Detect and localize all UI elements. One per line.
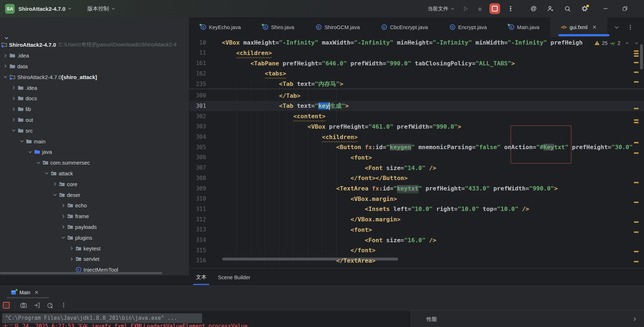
code-line-313[interactable]: 313<font> (189, 225, 644, 235)
line-number[interactable]: 306 (189, 154, 206, 161)
chevron-down-icon[interactable] (10, 128, 18, 133)
run-icon[interactable] (461, 4, 470, 13)
line-number[interactable]: 309 (189, 185, 206, 192)
search-icon[interactable] (563, 4, 572, 13)
code-line-305[interactable]: 305<Button fx:id="keygen" mnemonicParsin… (189, 142, 644, 152)
warning-stripe-mark[interactable] (634, 108, 639, 109)
chevron-right-icon[interactable] (68, 256, 76, 262)
chevron-right-icon[interactable] (68, 245, 76, 251)
editor-tab-shiro-java[interactable]: CShiro.java (252, 17, 305, 37)
run-configuration-selector[interactable]: 当前文件 (428, 5, 455, 12)
chevron-right-icon[interactable] (59, 203, 67, 208)
chevron-down-icon[interactable] (18, 138, 26, 144)
inspections-widget[interactable]: 25 2 (592, 38, 643, 48)
code-line-302[interactable]: 302<content> (189, 111, 644, 121)
code-line-314[interactable]: 314<Font size="16.0" /> (189, 235, 644, 245)
close-icon[interactable]: ✕ (592, 24, 597, 30)
prev-problem-icon[interactable] (625, 41, 630, 46)
tab-text-mode[interactable]: 文本 (190, 268, 212, 286)
tree-item-payloads[interactable]: payloads (0, 222, 189, 232)
tree-horizontal-sc rollbar[interactable] (0, 272, 162, 274)
code-line-312[interactable]: 312</VBox.margin> (189, 215, 644, 225)
code-line-161[interactable]: 161<TabPane prefHeight="646.0" prefWidth… (189, 58, 644, 68)
chevron-right-icon[interactable] (10, 96, 18, 101)
chevron-down-icon[interactable] (26, 149, 34, 155)
warning-stripe-mark[interactable] (634, 72, 639, 73)
debug-icon[interactable] (475, 4, 484, 13)
code-line-162[interactable]: 162<tabs> (189, 69, 644, 79)
code-line-303[interactable]: 303<VBox prefHeight="461.0" prefWidth="9… (189, 122, 644, 132)
chevron-right-icon[interactable] (1, 53, 9, 59)
tree-item-frame[interactable]: frame (0, 211, 189, 222)
restore-icon[interactable] (620, 4, 630, 13)
tree-item-out[interactable]: out (0, 115, 189, 125)
line-number[interactable]: 317 (189, 268, 206, 268)
line-number[interactable]: 301 (189, 103, 206, 109)
tree-item-deser[interactable]: deser (0, 189, 189, 200)
line-number[interactable]: 313 (189, 226, 206, 233)
warning-stripe-mark[interactable] (634, 81, 639, 83)
editor-tab-main-java[interactable]: CMain.java (498, 17, 550, 37)
warning-stripe-mark[interactable] (634, 182, 639, 183)
tree-item-src[interactable]: src (0, 125, 189, 136)
code-line-235[interactable]: 235<Tab text="内存马"> (189, 79, 644, 89)
warning-stripe-mark[interactable] (634, 122, 639, 123)
warning-stripe-mark[interactable] (634, 53, 639, 54)
line-number[interactable]: 311 (189, 206, 206, 212)
tree-item-plugins[interactable]: plugins (0, 232, 189, 243)
tab-scene-builder[interactable]: Scene Builder (212, 268, 256, 286)
editor-tab-shirogcm-java[interactable]: CShiroGCM.java (305, 17, 370, 37)
tree-item-.idea[interactable]: .idea (0, 50, 189, 61)
chevron-right-icon[interactable] (59, 224, 67, 230)
editor-tab-cbcencrypt-java[interactable]: CCbcEncrypt.java (370, 17, 439, 37)
code-line-301[interactable]: 301<Tab text="key生成"> (189, 101, 644, 111)
camera-icon[interactable] (20, 302, 27, 309)
chevron-right-icon[interactable] (51, 181, 59, 187)
tree-item-core[interactable]: core (0, 179, 189, 189)
line-number[interactable]: 314 (189, 237, 206, 243)
tree-item-attack[interactable]: attack (0, 168, 189, 179)
line-number[interactable]: 11 (189, 50, 206, 56)
chevron-down-icon[interactable] (43, 170, 51, 176)
close-icon[interactable]: ✕ (34, 289, 39, 296)
code-line-306[interactable]: 306<font> (189, 153, 644, 163)
performance-panel[interactable]: 性能 (411, 310, 644, 327)
line-number[interactable]: 308 (189, 175, 206, 181)
profiler-icon[interactable] (47, 302, 54, 309)
warning-stripe-mark[interactable] (634, 221, 639, 223)
warning-stripe-mark[interactable] (634, 251, 639, 252)
code-line-308[interactable]: 308</font></Button> (189, 173, 644, 183)
line-number[interactable]: 302 (189, 113, 206, 120)
warning-stripe-mark[interactable] (634, 119, 639, 121)
line-number[interactable]: 303 (189, 123, 206, 130)
run-tab-main[interactable]: Main ✕ (11, 289, 39, 296)
tree-item-com.summersec[interactable]: com.summersec (0, 157, 189, 168)
code-line-300[interactable]: 300</Tab> (189, 91, 644, 101)
attach-debugger-icon[interactable] (33, 302, 40, 309)
tree-item-servlet[interactable]: servlet (0, 254, 189, 264)
chevron-right-icon[interactable] (10, 106, 18, 112)
more-icon[interactable] (506, 4, 515, 13)
chevron-right-icon[interactable] (10, 85, 18, 91)
tree-item-keytest[interactable]: keytest (0, 243, 189, 254)
project-switcher[interactable]: ShiroAttack2-4.7.0 (18, 6, 72, 12)
line-number[interactable]: 304 (189, 134, 206, 140)
tree-item-data[interactable]: data (0, 61, 189, 72)
line-number[interactable]: 162 (189, 70, 206, 77)
line-number[interactable]: 315 (189, 247, 206, 254)
settings-icon[interactable] (580, 4, 589, 13)
chevron-right-icon[interactable] (1, 63, 9, 69)
warning-stripe-mark[interactable] (634, 152, 639, 154)
code-line-315[interactable]: 315</font> (189, 245, 644, 255)
more-icon[interactable] (61, 302, 67, 308)
tree-item-shiroattack2-4.7.0[interactable]: ShiroAttack2-4.7.0C:\Users\奇怪的yasuo\Down… (0, 40, 189, 50)
editor-scrollbar-thumb[interactable] (640, 44, 643, 69)
tree-item-main[interactable]: main (0, 136, 189, 147)
code-editor[interactable]: 10<VBox maxHeight="-Infinity" maxWidth="… (189, 37, 644, 268)
code-line-10[interactable]: 10<VBox maxHeight="-Infinity" maxWidth="… (189, 38, 644, 48)
warning-stripe-mark[interactable] (634, 55, 639, 57)
editor-tab-encrypt-java[interactable]: CEncrypt.java (439, 17, 498, 37)
code-line-317[interactable]: 317</children> (189, 266, 644, 268)
line-number[interactable]: 310 (189, 195, 206, 202)
warning-stripe-mark[interactable] (634, 202, 639, 203)
